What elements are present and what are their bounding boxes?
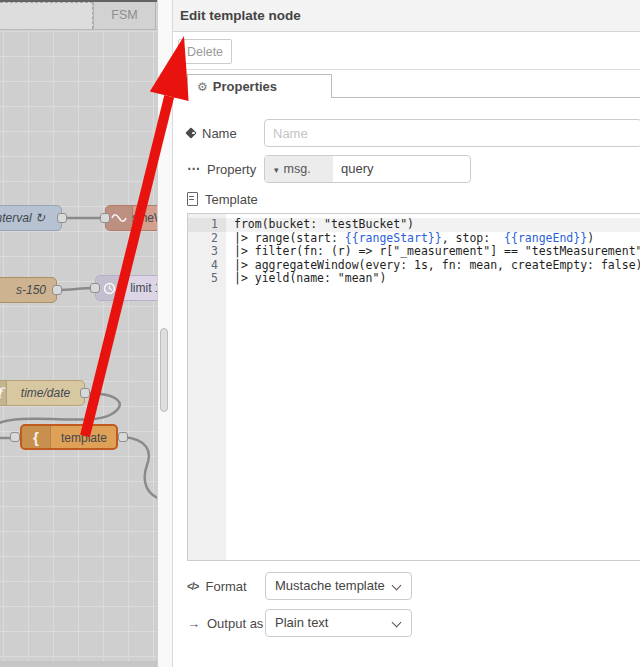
format-select-value: Mustache template (275, 578, 385, 593)
node-port[interactable] (57, 213, 67, 223)
flow-tabbar: FSM (0, 2, 157, 30)
node-limit[interactable]: limit 1 ms (95, 275, 157, 301)
chevron-down-icon (392, 618, 402, 628)
flow-wire (123, 437, 157, 499)
clock-icon (96, 276, 123, 300)
node-label: s-150 (16, 278, 46, 302)
node-port[interactable] (10, 432, 20, 442)
name-input[interactable] (264, 119, 640, 147)
node-port[interactable] (118, 432, 128, 442)
node-label: template (50, 426, 118, 450)
node-label: interval ↻ (0, 206, 45, 230)
node-sinewave[interactable]: sineWave (105, 205, 157, 231)
property-label: ⋯ Property (187, 155, 256, 183)
node-port[interactable] (100, 213, 110, 223)
workspace-scrollbar[interactable] (157, 0, 172, 667)
line-number: 3 (188, 245, 218, 259)
node-s150[interactable]: s-150 (0, 277, 57, 303)
name-label: Name (187, 119, 237, 147)
output-as-label: → Output as (187, 609, 263, 637)
screenshot-root: interval ↻sineWaves-150limit 1 msftime/d… (0, 0, 640, 667)
code-line: 1from(bucket: "testBucket") (188, 218, 640, 232)
property-value: query (341, 156, 374, 182)
node-label: time/date (7, 381, 84, 405)
function-icon: f (0, 381, 7, 405)
caret-down-icon: ▾ (274, 165, 279, 175)
line-number: 4 (188, 259, 218, 273)
node-timedate[interactable]: ftime/date (0, 380, 85, 406)
dialog-header: Edit template node (173, 0, 640, 32)
template-code-editor[interactable]: 1from(bucket: "testBucket")2|> range(sta… (187, 213, 640, 561)
code-line: 2|> range(start: {{rangeStart}}, stop: {… (188, 232, 640, 246)
file-code-icon (187, 192, 198, 206)
properties-tab-label: Properties (213, 79, 277, 94)
output-select-value: Plain text (275, 615, 328, 630)
format-label: </> Format (187, 572, 247, 600)
flow-tab-active[interactable] (0, 2, 93, 29)
node-port[interactable] (90, 283, 100, 293)
code-line: 5|> yield(name: "mean") (188, 272, 640, 286)
node-label: limit 1 ms (122, 276, 157, 300)
line-number: 2 (188, 232, 218, 246)
output-as-select[interactable]: Plain text (265, 609, 412, 637)
flow-wires (0, 2, 157, 667)
canvas-bottom-edge (0, 661, 157, 667)
node-interval[interactable]: interval ↻ (0, 205, 62, 231)
tag-icon (187, 129, 195, 137)
property-typed-input[interactable]: ▾msg. query (264, 155, 471, 183)
code-icon: </> (187, 581, 198, 592)
delete-button[interactable]: Delete (178, 39, 232, 64)
arrow-right-icon: → (187, 616, 200, 631)
chevron-down-icon (392, 581, 402, 591)
scrollbar-thumb[interactable] (160, 328, 168, 412)
line-number: 1 (188, 218, 218, 232)
code-line: 3|> filter(fn: (r) => r["_measurement"] … (188, 245, 640, 259)
dialog-button-bar: Delete (173, 32, 640, 70)
dialog-title: Edit template node (173, 0, 640, 31)
gear-icon: ⚙ (197, 80, 208, 94)
template-label: Template (187, 189, 258, 209)
flow-tab-fsm[interactable]: FSM (93, 2, 156, 29)
edit-node-dialog: Edit template node Delete ⚙Properties Na… (172, 0, 640, 667)
code-line: 4|> aggregateWindow(every: 1s, fn: mean,… (188, 259, 640, 273)
node-template[interactable]: {template (20, 424, 118, 450)
brace-icon: { (22, 426, 51, 448)
property-type-button[interactable]: ▾msg. (265, 156, 333, 182)
line-number: 5 (188, 272, 218, 286)
sine-icon (106, 206, 133, 230)
format-select[interactable]: Mustache template (265, 572, 412, 600)
node-port[interactable] (80, 388, 90, 398)
tab-properties[interactable]: ⚙Properties (187, 74, 332, 98)
node-port[interactable] (52, 285, 62, 295)
node-label: sineWave (132, 206, 157, 230)
ellipsis-icon: ⋯ (187, 164, 200, 174)
flow-workspace[interactable]: interval ↻sineWaves-150limit 1 msftime/d… (0, 0, 157, 667)
